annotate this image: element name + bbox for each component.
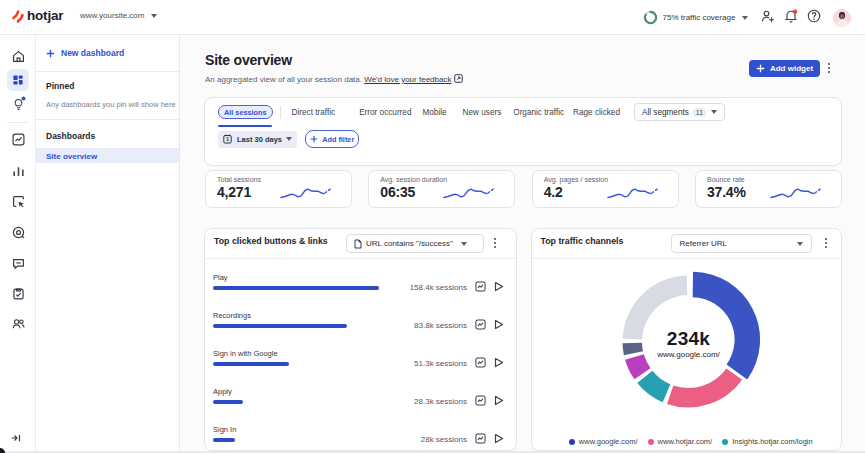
svg-text:1: 1 [226, 136, 229, 142]
svg-text:www.google.com/: www.google.com/ [656, 350, 720, 359]
svg-text:234k: 234k [666, 328, 710, 349]
